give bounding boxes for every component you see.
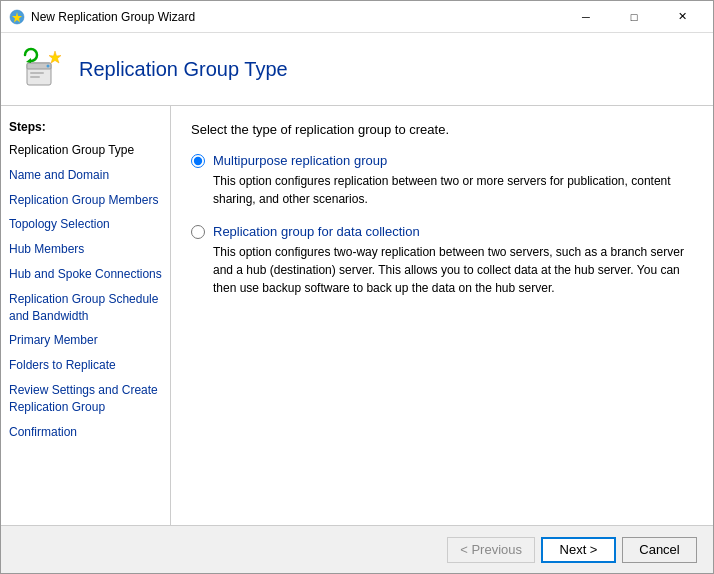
sidebar-item-replication-group-schedule-and-bandwidth[interactable]: Replication Group Schedule and Bandwidth	[1, 287, 170, 329]
wizard-window: New Replication Group Wizard ─ □ ✕ Repli…	[0, 0, 714, 574]
svg-point-4	[47, 65, 50, 68]
title-bar-controls: ─ □ ✕	[563, 7, 705, 27]
sidebar-item-primary-member[interactable]: Primary Member	[1, 328, 170, 353]
sidebar-item-folders-to-replicate[interactable]: Folders to Replicate	[1, 353, 170, 378]
multipurpose-option: Multipurpose replication group This opti…	[191, 153, 693, 208]
footer: < Previous Next > Cancel	[1, 525, 713, 573]
maximize-button[interactable]: □	[611, 7, 657, 27]
sidebar-item-name-and-domain[interactable]: Name and Domain	[1, 163, 170, 188]
title-bar: New Replication Group Wizard ─ □ ✕	[1, 1, 713, 33]
sidebar: Steps: Replication Group Type Name and D…	[1, 106, 171, 525]
sidebar-item-review-settings[interactable]: Review Settings and Create Replication G…	[1, 378, 170, 420]
sidebar-item-hub-and-spoke-connections[interactable]: Hub and Spoke Connections	[1, 262, 170, 287]
sidebar-item-replication-group-members[interactable]: Replication Group Members	[1, 188, 170, 213]
main-content: Select the type of replication group to …	[171, 106, 713, 525]
svg-marker-7	[49, 51, 61, 63]
title-bar-left: New Replication Group Wizard	[9, 9, 195, 25]
header-area: Replication Group Type	[1, 33, 713, 106]
data-collection-description: This option configures two-way replicati…	[213, 243, 693, 297]
multipurpose-description: This option configures replication betwe…	[213, 172, 693, 208]
close-button[interactable]: ✕	[659, 7, 705, 27]
data-collection-label-row: Replication group for data collection	[191, 224, 693, 239]
cancel-button[interactable]: Cancel	[622, 537, 697, 563]
previous-button[interactable]: < Previous	[447, 537, 535, 563]
header-icon	[17, 45, 65, 93]
sidebar-item-replication-group-type[interactable]: Replication Group Type	[1, 138, 170, 163]
sidebar-item-topology-selection[interactable]: Topology Selection	[1, 212, 170, 237]
multipurpose-label[interactable]: Multipurpose replication group	[213, 153, 387, 168]
multipurpose-radio[interactable]	[191, 154, 205, 168]
data-collection-label[interactable]: Replication group for data collection	[213, 224, 420, 239]
sidebar-item-confirmation[interactable]: Confirmation	[1, 420, 170, 445]
svg-rect-6	[30, 76, 40, 78]
svg-marker-8	[26, 58, 31, 63]
data-collection-option: Replication group for data collection Th…	[191, 224, 693, 297]
multipurpose-label-row: Multipurpose replication group	[191, 153, 693, 168]
steps-label: Steps:	[1, 114, 170, 138]
data-collection-radio[interactable]	[191, 225, 205, 239]
next-button[interactable]: Next >	[541, 537, 616, 563]
sidebar-item-hub-members[interactable]: Hub Members	[1, 237, 170, 262]
header-title: Replication Group Type	[79, 58, 288, 81]
title-bar-title: New Replication Group Wizard	[31, 10, 195, 24]
wizard-icon	[9, 9, 25, 25]
content-area: Steps: Replication Group Type Name and D…	[1, 106, 713, 525]
svg-rect-5	[30, 72, 44, 74]
instruction-text: Select the type of replication group to …	[191, 122, 693, 137]
minimize-button[interactable]: ─	[563, 7, 609, 27]
